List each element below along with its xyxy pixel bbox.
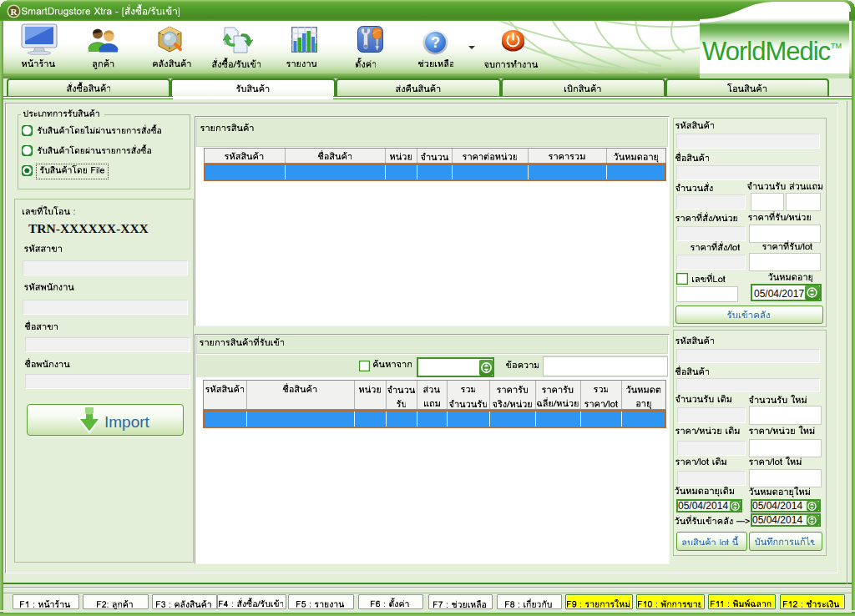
svg-text:?: ? bbox=[431, 34, 440, 51]
svg-text:R: R bbox=[11, 7, 18, 17]
